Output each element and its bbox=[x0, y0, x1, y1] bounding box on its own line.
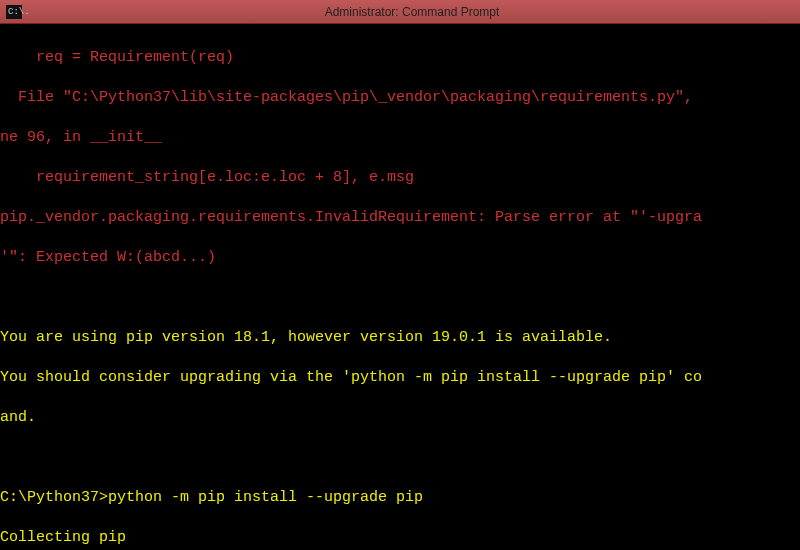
error-line: requirement_string[e.loc:e.loc + 8], e.m… bbox=[0, 168, 800, 188]
error-line: req = Requirement(req) bbox=[0, 48, 800, 68]
error-line: '": Expected W:(abcd...) bbox=[0, 248, 800, 268]
prompt-text: C:\Python37> bbox=[0, 489, 108, 506]
prompt-line: C:\Python37>python -m pip install --upgr… bbox=[0, 488, 800, 508]
cmd-icon: C:\. bbox=[6, 5, 22, 19]
command-text: python -m pip install --upgrade pip bbox=[108, 489, 423, 506]
error-line: ne 96, in __init__ bbox=[0, 128, 800, 148]
error-line: pip._vendor.packaging.requirements.Inval… bbox=[0, 208, 800, 228]
warning-line: You are using pip version 18.1, however … bbox=[0, 328, 800, 348]
output-line: Collecting pip bbox=[0, 528, 800, 548]
window-title: Administrator: Command Prompt bbox=[30, 5, 794, 19]
window-titlebar: C:\. Administrator: Command Prompt bbox=[0, 0, 800, 24]
warning-line: You should consider upgrading via the 'p… bbox=[0, 368, 800, 388]
blank-line bbox=[0, 448, 800, 468]
terminal-area[interactable]: req = Requirement(req) File "C:\Python37… bbox=[0, 24, 800, 550]
warning-line: and. bbox=[0, 408, 800, 428]
error-line: File "C:\Python37\lib\site-packages\pip\… bbox=[0, 88, 800, 108]
blank-line bbox=[0, 288, 800, 308]
